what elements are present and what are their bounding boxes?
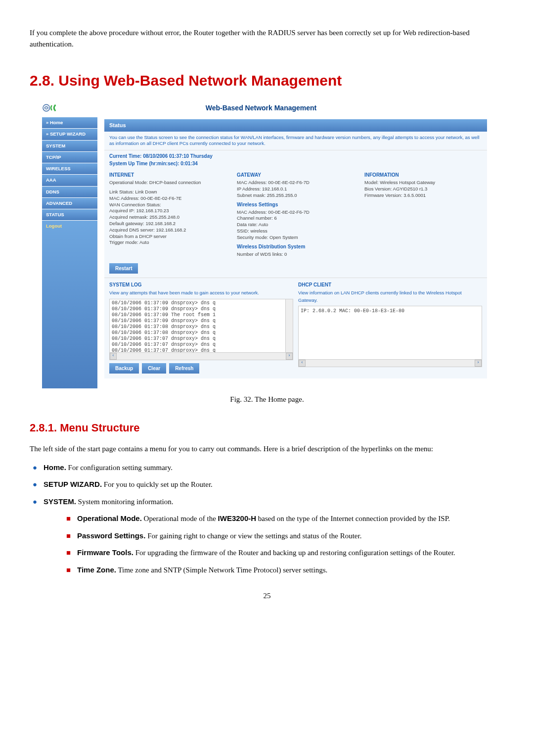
bullet-setup: SETUP WIZARD. For you to quickly set up … — [30, 479, 504, 490]
ws-mac: MAC Address: 00-0E-8E-02-F6-7D — [237, 209, 355, 216]
side-aaa[interactable]: AAA — [42, 175, 97, 186]
bios-version: Bios Version: AGYID2510 r1.3 — [364, 186, 482, 192]
side-system[interactable]: SYSTEM — [42, 141, 97, 152]
sub-op-bold: IWE3200-H — [218, 514, 257, 522]
backup-button[interactable]: Backup — [109, 363, 139, 374]
figure-caption: Fig. 32. The Home page. — [30, 394, 504, 405]
ws-channel: Channel number: 6 — [237, 215, 355, 222]
sub-firmware: Firmware Tools. For upgrading the firmwa… — [63, 547, 504, 559]
trigger-mode: Trigger mode: Auto — [109, 239, 227, 246]
link-status: Link Status: Link Down — [109, 189, 227, 195]
bullet-system-label: SYSTEM. — [44, 497, 76, 506]
acquired-netmask: Acquired netmask: 255.255.248.0 — [109, 214, 227, 221]
sub-fw-text: For upgrading the firmware of the Router… — [134, 549, 455, 557]
arrow-right-icon[interactable]: › — [286, 353, 293, 360]
gw-ip: IP Address: 192.168.0.1 — [237, 186, 355, 192]
section-2-8-1-heading: 2.8.1. Menu Structure — [30, 420, 504, 436]
arrow-left-icon[interactable]: ‹ — [110, 353, 117, 360]
side-advanced[interactable]: ADVANCED — [42, 198, 97, 209]
syslog-lines: 08/10/2006 01:37:09 dnsproxy> dns q 08/1… — [112, 300, 216, 353]
sub-op-label: Operational Mode. — [77, 514, 142, 522]
internet-heading: INTERNET — [109, 171, 227, 179]
gw-mac: MAC Address: 00-0E-8E-02-F6-7D — [237, 180, 355, 186]
clear-button[interactable]: Clear — [142, 363, 166, 374]
sub-op-mode: Operational Mode. Operational mode of th… — [63, 513, 504, 524]
bullet-home-label: Home. — [44, 463, 66, 472]
menu-paragraph: The left side of the start page contains… — [30, 443, 504, 455]
side-logout[interactable]: Logout — [42, 221, 97, 388]
ws-rate: Data rate: Auto — [237, 222, 355, 228]
section-2-8-heading: 2.8. Using Web-Based Network Management — [30, 69, 504, 92]
syslog-sub: View any attempts that have been made to… — [109, 289, 293, 296]
bullet-home-text: For configuration setting summary. — [66, 464, 173, 472]
bullet-home: Home. For configuration setting summary. — [30, 462, 504, 473]
mgmt-title: Web-Based Network Management — [60, 103, 492, 113]
sub-pw-label: Password Settings. — [77, 531, 145, 540]
bullet-setup-text: For you to quickly set up the Router. — [102, 480, 213, 488]
syslog-heading: SYSTEM LOG — [109, 281, 293, 288]
status-description: You can use the Status screen to see the… — [104, 132, 487, 150]
management-screenshot: Web-Based Network Management » Home » SE… — [42, 99, 492, 389]
side-setup-wizard[interactable]: » SETUP WIZARD — [42, 129, 97, 140]
dhcp-sub: View information on LAN DHCP clients cur… — [298, 289, 482, 304]
sub-fw-label: Firmware Tools. — [77, 548, 134, 557]
side-home[interactable]: » Home — [42, 117, 97, 129]
logo-swirl-icon — [42, 99, 60, 117]
dhcp-line: IP: 2.68.0.2 MAC: 00-E0-18-E3-1E-80 — [301, 308, 404, 314]
arrow-right-icon[interactable]: › — [475, 360, 482, 367]
scrollbar-icon[interactable] — [285, 299, 293, 353]
gw-subnet: Subnet mask: 255.255.255.0 — [237, 192, 355, 199]
dhcp-heading: DHCP CLIENT — [298, 281, 482, 288]
intro-paragraph: If you complete the above procedure with… — [30, 27, 504, 49]
sub-tz-text: Time zone and SNTP (Simple Network Time … — [116, 566, 327, 574]
wds-links: Number of WDS links: 0 — [237, 251, 355, 258]
gateway-heading: GATEWAY — [237, 171, 355, 179]
side-tcpip[interactable]: TCP/IP — [42, 152, 97, 163]
status-heading: Status — [104, 119, 487, 132]
wan-status: WAN Connection Status: — [109, 202, 227, 208]
acquired-ip: Acquired IP: 192.168.170.23 — [109, 208, 227, 214]
syslog-console[interactable]: 08/10/2006 01:37:09 dnsproxy> dns q 08/1… — [109, 299, 293, 360]
current-time: Current Time: 08/10/2006 01:37:10 Thursd… — [109, 152, 482, 160]
sub-password: Password Settings. For gaining right to … — [63, 530, 504, 542]
uptime: System Up Time (hr:min:sec): 0:01:34 — [109, 160, 482, 167]
arrow-left-icon[interactable]: ‹ — [299, 360, 306, 367]
sidebar: » Home » SETUP WIZARD SYSTEM TCP/IP WIRE… — [42, 117, 97, 389]
svg-point-0 — [43, 104, 50, 111]
obtain-dhcp: Obtain from a DHCP server — [109, 234, 227, 240]
bullet-system: SYSTEM. System monitoring information. O… — [30, 496, 504, 576]
information-heading: INFORMATION — [364, 171, 482, 179]
wds-heading: Wireless Distribution System — [237, 243, 355, 250]
side-ddns[interactable]: DDNS — [42, 187, 97, 198]
acquired-dns: Acquired DNS server: 192.168.168.2 — [109, 227, 227, 234]
sub-op-text1: Operational mode of the — [142, 515, 218, 522]
side-status[interactable]: STATUS — [42, 209, 97, 221]
dhcp-hscroll[interactable]: ‹› — [299, 359, 482, 367]
model: Model: Wireless Hotspot Gateway — [364, 180, 482, 186]
mac-addr: MAC Address: 00-0E-8E-02-F6-7E — [109, 195, 227, 202]
op-mode: Operational Mode: DHCP-based connection — [109, 180, 227, 186]
wireless-settings-heading: Wireless Settings — [237, 201, 355, 208]
fw-version: Firmware Version: 3.6.5.0001 — [364, 192, 482, 199]
sub-op-text2: based on the type of the Internet connec… — [256, 515, 450, 522]
page-number: 25 — [30, 590, 504, 602]
sub-tz-label: Time Zone. — [77, 566, 116, 574]
sub-timezone: Time Zone. Time zone and SNTP (Simple Ne… — [63, 565, 504, 576]
default-gateway: Default gateway: 192.168.168.2 — [109, 221, 227, 227]
ws-ssid: SSID: wireless — [237, 228, 355, 235]
ws-security: Security mode: Open System — [237, 235, 355, 241]
side-wireless[interactable]: WIRELESS — [42, 163, 97, 175]
refresh-button[interactable]: Refresh — [169, 363, 199, 374]
sub-pw-text: For gaining right to change or view the … — [145, 532, 361, 540]
bullet-system-text: System monitoring information. — [76, 498, 174, 506]
restart-button[interactable]: Restart — [109, 263, 138, 274]
hscrollbar[interactable]: ‹› — [110, 352, 293, 360]
dhcp-list[interactable]: IP: 2.68.0.2 MAC: 00-E0-18-E3-1E-80‹› — [298, 306, 482, 367]
bullet-setup-label: SETUP WIZARD. — [44, 480, 102, 488]
